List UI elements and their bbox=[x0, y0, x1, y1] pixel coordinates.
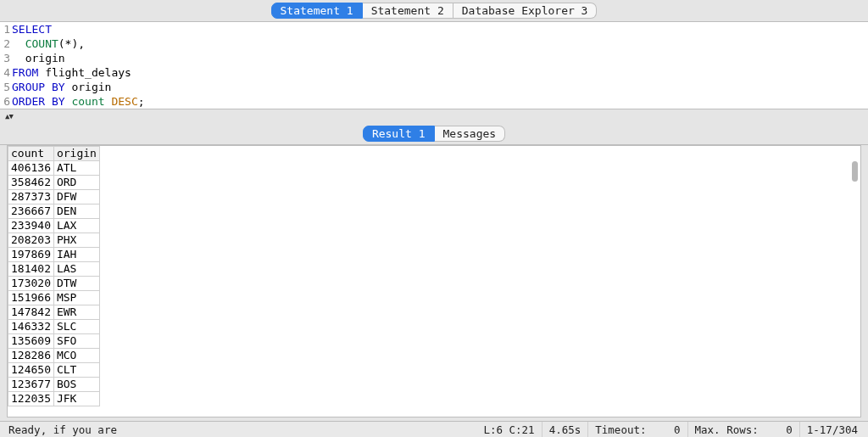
table-cell[interactable]: 123677 bbox=[8, 378, 54, 392]
table-row[interactable]: 181402LAS bbox=[8, 262, 100, 277]
table-cell[interactable]: PHX bbox=[53, 233, 99, 248]
status-range: 1-17/304 bbox=[799, 422, 865, 437]
maxrows-label: Max. Rows: bbox=[695, 423, 759, 436]
table-cell[interactable]: 122035 bbox=[8, 392, 54, 406]
table-cell[interactable]: 197869 bbox=[8, 248, 54, 262]
code-text[interactable]: SELECT bbox=[12, 22, 52, 36]
table-cell[interactable]: 135609 bbox=[8, 334, 54, 349]
code-line: 5GROUP BY origin bbox=[0, 80, 868, 94]
table-cell[interactable]: MSP bbox=[53, 291, 99, 305]
table-header-cell[interactable]: count bbox=[8, 147, 54, 161]
line-number: 5 bbox=[0, 80, 12, 94]
collapse-down-icon[interactable]: ▼ bbox=[8, 112, 12, 120]
code-text[interactable]: origin bbox=[12, 51, 65, 65]
line-number: 6 bbox=[0, 94, 12, 109]
table-cell[interactable]: 233940 bbox=[8, 219, 54, 233]
table-cell[interactable]: 173020 bbox=[8, 277, 54, 291]
table-row[interactable]: 147842EWR bbox=[8, 305, 100, 320]
table-cell[interactable]: 358462 bbox=[8, 176, 54, 190]
top-tab-1[interactable]: Statement 2 bbox=[363, 3, 453, 19]
line-number: 3 bbox=[0, 51, 12, 65]
top-tab-bar: Statement 1Statement 2Database Explorer … bbox=[0, 0, 868, 21]
status-maxrows: Max. Rows: 0 bbox=[687, 422, 799, 437]
maxrows-value: 0 bbox=[759, 423, 793, 436]
table-cell[interactable]: LAS bbox=[53, 262, 99, 277]
status-cursor: L:6 C:21 bbox=[476, 422, 541, 437]
result-grid-container: countorigin406136ATL358462ORD287373DFW23… bbox=[7, 145, 861, 417]
table-cell[interactable]: MCO bbox=[53, 349, 99, 363]
result-tab-1[interactable]: Messages bbox=[435, 126, 506, 142]
code-text[interactable]: COUNT(*), bbox=[12, 36, 85, 51]
timeout-value: 0 bbox=[647, 423, 681, 436]
table-cell[interactable]: ATL bbox=[53, 161, 99, 176]
code-line: 1SELECT bbox=[0, 22, 868, 36]
table-row[interactable]: 146332SLC bbox=[8, 320, 100, 334]
table-row[interactable]: 233940LAX bbox=[8, 219, 100, 233]
code-line: 6ORDER BY count DESC; bbox=[0, 94, 868, 109]
table-cell[interactable]: 287373 bbox=[8, 190, 54, 204]
scrollbar-thumb[interactable] bbox=[852, 161, 858, 182]
result-tab-bar: Result 1Messages bbox=[0, 123, 868, 145]
code-line: 2 COUNT(*), bbox=[0, 36, 868, 51]
table-row[interactable]: 128286MCO bbox=[8, 349, 100, 363]
table-cell[interactable]: 124650 bbox=[8, 363, 54, 378]
table-cell[interactable]: IAH bbox=[53, 248, 99, 262]
line-number: 2 bbox=[0, 36, 12, 51]
split-handle[interactable]: ▲▼ bbox=[0, 109, 868, 123]
result-tab-0[interactable]: Result 1 bbox=[363, 126, 435, 142]
table-row[interactable]: 135609SFO bbox=[8, 334, 100, 349]
top-tab-2[interactable]: Database Explorer 3 bbox=[453, 3, 598, 19]
status-bar: Ready, if you are L:6 C:21 4.65s Timeout… bbox=[0, 421, 868, 437]
table-header-cell[interactable]: origin bbox=[53, 147, 99, 161]
table-row[interactable]: 173020DTW bbox=[8, 277, 100, 291]
table-cell[interactable]: DTW bbox=[53, 277, 99, 291]
table-cell[interactable]: ORD bbox=[53, 176, 99, 190]
timeout-label: Timeout: bbox=[595, 423, 646, 436]
table-row[interactable]: 122035JFK bbox=[8, 392, 100, 406]
table-cell[interactable]: 181402 bbox=[8, 262, 54, 277]
status-message: Ready, if you are bbox=[3, 423, 117, 436]
code-line: 4FROM flight_delays bbox=[0, 65, 868, 80]
table-cell[interactable]: CLT bbox=[53, 363, 99, 378]
table-cell[interactable]: 128286 bbox=[8, 349, 54, 363]
table-row[interactable]: 287373DFW bbox=[8, 190, 100, 204]
table-row[interactable]: 197869IAH bbox=[8, 248, 100, 262]
sql-editor[interactable]: 1SELECT2 COUNT(*),3 origin4FROM flight_d… bbox=[0, 21, 868, 109]
status-timeout: Timeout: 0 bbox=[587, 422, 687, 437]
table-cell[interactable]: DEN bbox=[53, 204, 99, 219]
table-row[interactable]: 208203PHX bbox=[8, 233, 100, 248]
table-cell[interactable]: DFW bbox=[53, 190, 99, 204]
table-cell[interactable]: LAX bbox=[53, 219, 99, 233]
code-text[interactable]: ORDER BY count DESC; bbox=[12, 94, 145, 109]
table-row[interactable]: 151966MSP bbox=[8, 291, 100, 305]
table-cell[interactable]: EWR bbox=[53, 305, 99, 320]
table-row[interactable]: 358462ORD bbox=[8, 176, 100, 190]
table-cell[interactable]: 236667 bbox=[8, 204, 54, 219]
status-time: 4.65s bbox=[542, 422, 588, 437]
table-row[interactable]: 123677BOS bbox=[8, 378, 100, 392]
table-cell[interactable]: 151966 bbox=[8, 291, 54, 305]
code-text[interactable]: GROUP BY origin bbox=[12, 80, 111, 94]
table-cell[interactable]: JFK bbox=[53, 392, 99, 406]
line-number: 1 bbox=[0, 22, 12, 36]
table-cell[interactable]: 406136 bbox=[8, 161, 54, 176]
table-row[interactable]: 124650CLT bbox=[8, 363, 100, 378]
code-text[interactable]: FROM flight_delays bbox=[12, 65, 131, 80]
table-cell[interactable]: 147842 bbox=[8, 305, 54, 320]
table-cell[interactable]: 208203 bbox=[8, 233, 54, 248]
table-cell[interactable]: SLC bbox=[53, 320, 99, 334]
result-grid[interactable]: countorigin406136ATL358462ORD287373DFW23… bbox=[8, 146, 100, 406]
code-line: 3 origin bbox=[0, 51, 868, 65]
table-row[interactable]: 406136ATL bbox=[8, 161, 100, 176]
top-tab-0[interactable]: Statement 1 bbox=[271, 3, 363, 19]
table-cell[interactable]: 146332 bbox=[8, 320, 54, 334]
table-header-row: countorigin bbox=[8, 147, 100, 161]
line-number: 4 bbox=[0, 65, 12, 80]
table-cell[interactable]: SFO bbox=[53, 334, 99, 349]
table-cell[interactable]: BOS bbox=[53, 378, 99, 392]
table-row[interactable]: 236667DEN bbox=[8, 204, 100, 219]
